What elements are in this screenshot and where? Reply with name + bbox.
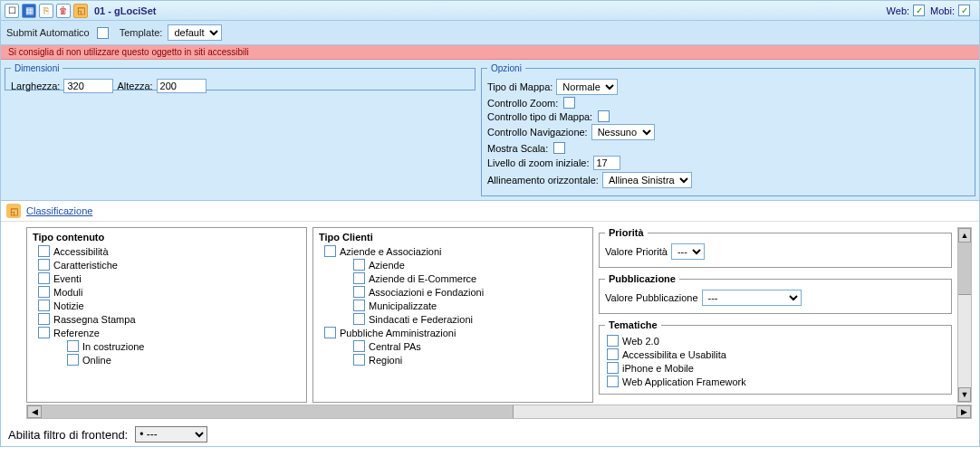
controllo-zoom-checkbox[interactable] xyxy=(563,97,575,109)
vertical-scrollbar[interactable]: ▲ ▼ xyxy=(957,227,972,403)
checkbox-icon[interactable]: ☐ xyxy=(5,4,19,18)
tematiche-fieldset: Tematiche Web 2.0 Accessibilita e Usabil… xyxy=(599,319,952,395)
submit-auto-checkbox[interactable] xyxy=(97,27,109,39)
list-item[interactable]: Referenze xyxy=(31,326,303,339)
controllo-zoom-label: Controllo Zoom: xyxy=(487,98,558,109)
pubblicazione-select[interactable]: --- xyxy=(702,290,802,306)
allineamento-select[interactable]: Allinea Sinistra xyxy=(602,172,692,188)
list-item[interactable]: iPhone e Mobile xyxy=(605,361,946,375)
controllo-nav-label: Controllo Navigazione: xyxy=(487,127,588,138)
filter-row: Abilita filtro di frontend: • --- xyxy=(1,423,979,446)
tipo-mappa-select[interactable]: Normale xyxy=(556,79,618,95)
pubblicazione-label: Valore Pubblicazione xyxy=(605,292,698,303)
list-item[interactable]: Web Application Framework xyxy=(605,375,946,388)
classification-header: ◱ Classificazione xyxy=(1,201,979,222)
delete-icon[interactable]: 🗑 xyxy=(56,4,71,18)
dimensioni-fieldset: Dimensioni Larghezza: Altezza: xyxy=(5,63,476,90)
window-frame: ☐ ▦ ⎘ 🗑 ◱ 01 - gLociSet Web: Mobi: Submi… xyxy=(0,0,980,447)
mostra-scala-checkbox[interactable] xyxy=(553,142,565,154)
window-title: 01 - gLociSet xyxy=(94,5,156,16)
list-item[interactable]: Sindacati e Federazioni xyxy=(317,312,589,326)
list-item[interactable]: Accessibilita e Usabilita xyxy=(605,347,946,361)
config-area: Dimensioni Larghezza: Altezza: Opzioni T… xyxy=(1,60,979,200)
horizontal-scrollbar[interactable]: ◀ ▶ xyxy=(26,405,972,419)
pubblicazione-fieldset: Pubblicazione Valore Pubblicazione --- xyxy=(599,273,952,314)
livello-zoom-input[interactable] xyxy=(593,156,620,170)
priorita-label: Valore Priorità xyxy=(605,246,668,257)
template-label: Template: xyxy=(120,27,163,38)
larghezza-input[interactable] xyxy=(63,79,113,93)
altezza-label: Altezza: xyxy=(117,81,152,91)
accessibility-warning: Si consiglia di non utilizzare questo og… xyxy=(1,45,979,60)
grid-icon[interactable]: ▦ xyxy=(22,4,36,18)
list-item[interactable]: Moduli xyxy=(31,285,303,299)
mobi-label: Mobi: xyxy=(930,5,955,16)
scroll-left-icon[interactable]: ◀ xyxy=(27,405,42,418)
tematiche-legend: Tematiche xyxy=(605,319,661,330)
classification-body: Tipo contenuto Accessibilità Caratterist… xyxy=(1,222,979,405)
classification-title: Classificazione xyxy=(26,205,92,216)
dimensioni-legend: Dimensioni xyxy=(11,63,62,73)
tipo-contenuto-column: Tipo contenuto Accessibilità Caratterist… xyxy=(26,227,307,403)
priorita-legend: Priorità xyxy=(605,227,648,238)
tipo-clienti-column: Tipo Clienti Aziende e Associazioni Azie… xyxy=(312,227,593,403)
controllo-nav-select[interactable]: Nessuno xyxy=(591,124,655,140)
web-checkbox[interactable] xyxy=(913,5,925,16)
module-icon[interactable]: ◱ xyxy=(73,4,88,18)
controllo-tipo-mappa-label: Controllo tipo di Mappa: xyxy=(487,111,592,122)
larghezza-label: Larghezza: xyxy=(11,81,60,91)
pubblicazione-legend: Pubblicazione xyxy=(605,273,679,284)
mostra-scala-label: Mostra Scala: xyxy=(487,143,548,154)
filter-label: Abilita filtro di frontend: xyxy=(8,428,128,442)
list-item[interactable]: In costruzione xyxy=(31,339,303,353)
controllo-tipo-mappa-checkbox[interactable] xyxy=(598,110,610,122)
list-item[interactable]: Rassegna Stampa xyxy=(31,312,303,326)
altezza-input[interactable] xyxy=(157,79,207,93)
priorita-fieldset: Priorità Valore Priorità --- xyxy=(599,227,952,268)
allineamento-label: Allineamento orizzontale: xyxy=(487,175,599,186)
list-item[interactable]: Eventi xyxy=(31,271,303,285)
top-toolbar: ☐ ▦ ⎘ 🗑 ◱ 01 - gLociSet Web: Mobi: xyxy=(1,1,979,21)
classification-icon: ◱ xyxy=(6,204,21,218)
scroll-right-icon[interactable]: ▶ xyxy=(956,405,971,418)
submit-auto-label: Submit Automatico xyxy=(6,27,90,38)
list-item[interactable]: Caratteristiche xyxy=(31,258,303,271)
classification-panel: ◱ Classificazione Tipo contenuto Accessi… xyxy=(1,200,979,446)
opzioni-legend: Opzioni xyxy=(487,63,525,73)
list-item[interactable]: Accessibilità xyxy=(31,244,303,258)
livello-zoom-label: Livello di zoom iniziale: xyxy=(487,157,590,168)
list-item[interactable]: Municipalizzate xyxy=(317,299,589,312)
mobi-checkbox[interactable] xyxy=(958,5,970,16)
list-item[interactable]: Pubbliche Amministrazioni xyxy=(317,326,589,339)
scroll-down-icon[interactable]: ▼ xyxy=(958,387,971,402)
list-item[interactable]: Aziende di E-Commerce xyxy=(317,271,589,285)
list-item[interactable]: Associazioni e Fondazioni xyxy=(317,285,589,299)
list-item[interactable]: Web 2.0 xyxy=(605,334,946,347)
tipo-mappa-label: Tipo di Mappa: xyxy=(487,81,552,92)
template-select[interactable]: default xyxy=(168,24,222,41)
right-column: Priorità Valore Priorità --- Pubblicazio… xyxy=(599,227,952,395)
submit-row: Submit Automatico Template: default xyxy=(1,21,979,45)
tipo-contenuto-legend: Tipo contenuto xyxy=(31,230,303,244)
priorita-select[interactable]: --- xyxy=(671,243,705,260)
list-item[interactable]: Central PAs xyxy=(317,339,589,353)
list-item[interactable]: Aziende e Associazioni xyxy=(317,244,589,258)
copy-icon[interactable]: ⎘ xyxy=(39,4,53,18)
list-item[interactable]: Aziende xyxy=(317,258,589,271)
scroll-up-icon[interactable]: ▲ xyxy=(958,228,971,243)
list-item[interactable]: Regioni xyxy=(317,353,589,367)
filter-select[interactable]: • --- xyxy=(135,426,207,443)
list-item[interactable]: Online xyxy=(31,353,303,367)
web-label: Web: xyxy=(887,5,909,16)
list-item[interactable]: Notizie xyxy=(31,299,303,312)
opzioni-fieldset: Opzioni Tipo di Mappa: Normale Controllo… xyxy=(481,63,975,196)
tipo-clienti-legend: Tipo Clienti xyxy=(317,230,589,244)
